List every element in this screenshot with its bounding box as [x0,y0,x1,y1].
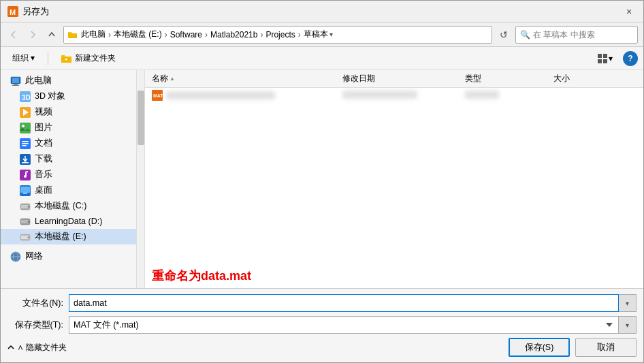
sidebar-item-docs[interactable]: 文档 [1,136,136,151]
svg-point-16 [22,125,25,127]
svg-rect-18 [22,141,29,142]
sidebar-item-network-label: 网络 [25,251,43,262]
file-list: MAT [145,88,643,264]
sidebar-item-drive-c-label: 本地磁盘 (C:) [35,200,86,212]
hide-folders-button[interactable]: ∧ 隐藏文件夹 [7,342,67,353]
breadcrumb[interactable]: 此电脑 › 本地磁盘 (E:) › Software › Matlab2021b… [63,26,492,44]
save-button[interactable]: 保存(S) [509,338,570,357]
bc-caogaoben: 草稿本 [304,29,328,40]
sidebar-item-drive-d-label: LearningData (D:) [35,217,102,226]
filetype-select[interactable]: MAT 文件 (*.mat) [69,316,619,334]
sidebar-item-this-pc-label: 此电脑 [25,75,52,86]
toolbar: 组织 ▾ + 新建文件夹 ▾ ? [1,47,643,70]
blurred-filename [166,91,275,99]
blurred-date [342,91,417,99]
svg-rect-19 [22,143,29,144]
matlab-icon: M [7,6,18,17]
search-icon: 🔍 [520,30,530,40]
sidebar-item-pictures[interactable]: 图片 [1,120,136,136]
content-area: 名称 ▲ 修改日期 类型 大小 [145,70,643,288]
sidebar-item-pictures-label: 图片 [35,122,52,133]
view-button[interactable]: ▾ [593,50,617,67]
breadcrumb-dropdown[interactable]: ▾ [329,31,333,38]
filetype-label: 保存类型(T): [7,319,69,331]
svg-rect-6 [603,59,607,63]
filename-dropdown[interactable]: ▾ [619,294,637,312]
title-bar-left: M 另存为 [7,5,49,18]
sidebar-item-desktop[interactable]: 桌面 [1,183,136,198]
filename-row: 文件名(N): ▾ [7,294,637,312]
sidebar-item-this-pc[interactable]: 此电脑 [1,73,136,89]
mat-file-icon: MAT [152,90,163,101]
scrollbar-thumb [138,91,144,145]
col-header-size[interactable]: 大小 [547,73,615,84]
blurred-type [465,91,499,99]
sidebar-item-drive-e-label: 本地磁盘 (E:) [35,231,86,242]
col-header-date[interactable]: 修改日期 [336,73,458,84]
hide-folders-label: ∧ 隐藏文件夹 [17,342,67,353]
search-box: 🔍 [515,26,638,44]
file-row[interactable]: MAT [145,88,643,103]
sidebar-item-desktop-label: 桌面 [35,185,52,196]
main-area: 此电脑 3D 3D 对象 视频 [1,70,643,288]
filetype-dropdown[interactable]: ▾ [619,316,637,334]
cancel-button[interactable]: 取消 [575,338,637,357]
col-header-name[interactable]: 名称 ▲ [145,73,336,84]
network-icon [10,251,21,262]
back-button[interactable] [6,27,21,42]
new-folder-icon: + [61,54,72,63]
svg-rect-20 [22,145,27,146]
drive-e-icon [20,232,31,242]
bottom-section: 文件名(N): ▾ 保存类型(T): MAT 文件 (*.mat) ▾ ∧ 隐藏… [1,288,643,362]
organize-button[interactable]: 组织 ▾ [6,50,41,67]
sort-icon: ▲ [170,76,175,82]
sidebar-item-network[interactable]: 网络 [1,249,136,264]
sidebar-item-downloads-label: 下载 [35,153,52,165]
help-button[interactable]: ? [623,51,638,66]
svg-rect-4 [603,54,607,58]
sidebar-item-downloads[interactable]: 下载 [1,151,136,167]
sidebar-item-drive-d[interactable]: LearningData (D:) [1,214,136,229]
save-as-dialog: M 另存为 × 此电脑 › 本地磁盘 (E:) › So [0,0,644,363]
bc-this-pc: 此电脑 [81,29,106,40]
svg-rect-15 [20,123,31,133]
svg-rect-3 [598,54,602,58]
svg-rect-10 [12,85,19,86]
search-input[interactable] [533,30,635,40]
sidebar-item-drive-c[interactable]: 本地磁盘 (C:) [1,198,136,214]
forward-button[interactable] [25,27,40,42]
svg-rect-27 [22,194,29,195]
filename-input[interactable] [69,294,619,312]
sidebar-item-music[interactable]: 音乐 [1,167,136,183]
drive-c-icon [20,201,31,212]
up-button[interactable] [44,27,59,42]
sidebar-item-video-label: 视频 [35,106,52,118]
sidebar-scrollbar[interactable] [137,70,145,288]
svg-point-33 [28,221,30,223]
svg-rect-26 [23,193,27,194]
3d-icon: 3D [20,91,31,102]
desktop-icon [20,185,31,196]
view-icon [598,54,607,63]
close-button[interactable]: × [622,4,637,19]
svg-rect-8 [12,78,19,83]
docs-icon [20,138,31,149]
video-icon [20,107,31,118]
pictures-icon [20,123,31,133]
breadcrumb-item [68,30,80,40]
chevron-up-icon [7,345,14,350]
music-icon [20,170,31,180]
col-header-type[interactable]: 类型 [458,73,547,84]
title-bar: M 另存为 × [1,1,643,22]
refresh-button[interactable]: ↺ [496,27,511,42]
sidebar-item-video[interactable]: 视频 [1,104,136,120]
sidebar-item-3d-label: 3D 对象 [35,91,65,102]
bottom-buttons-row: ∧ 隐藏文件夹 保存(S) 取消 [7,338,637,357]
filename-label: 文件名(N): [7,298,69,309]
svg-point-30 [28,206,30,208]
svg-rect-22 [22,162,29,163]
svg-point-36 [28,236,30,238]
new-folder-button[interactable]: + 新建文件夹 [55,50,122,67]
sidebar-item-3d[interactable]: 3D 3D 对象 [1,89,136,104]
sidebar-item-drive-e[interactable]: 本地磁盘 (E:) [1,229,136,244]
